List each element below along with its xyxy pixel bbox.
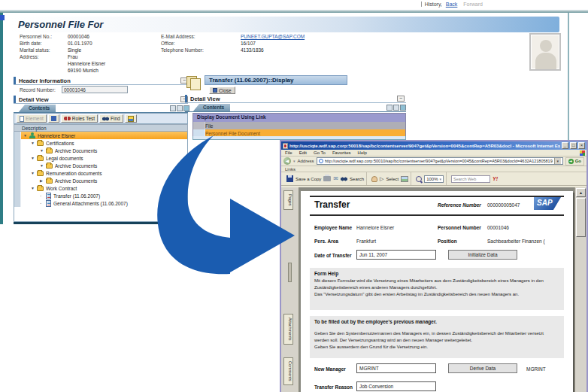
tree-toolbar: Element Roles Test Find — [14, 113, 188, 124]
personnel-file-document-link[interactable]: Personnel File Document — [205, 131, 260, 136]
previous-manager-box: To be filled out by the employee's previ… — [310, 316, 564, 358]
print-icon[interactable] — [323, 176, 331, 181]
employee-photo — [529, 33, 561, 71]
go-button[interactable]: Go — [565, 157, 584, 166]
expand-icon[interactable] — [40, 178, 44, 183]
tree-row-work-contract[interactable]: Work Contract — [14, 184, 187, 192]
ie-address-bar: ▾ Address http://usciqte.wdf.sap.corp:50… — [281, 156, 586, 166]
back-button[interactable] — [283, 157, 291, 165]
expand-icon[interactable] — [31, 156, 35, 160]
tree-row-remuneration[interactable]: Remuneration documents — [14, 169, 187, 177]
expand-icon[interactable] — [40, 148, 44, 153]
tree-bottom-border — [14, 222, 189, 224]
snapshot-icon[interactable] — [401, 176, 408, 182]
search-binoculars-icon[interactable] — [341, 177, 347, 181]
document-icon — [46, 193, 51, 199]
address-input[interactable]: http://usciqte.wdf.sap.corp:50010/sap/bc… — [325, 159, 553, 163]
expand-icon[interactable] — [40, 163, 44, 168]
record-popup-title: Transfer (11.06.2007)::Display — [205, 75, 347, 85]
bullet-icon — [40, 201, 44, 206]
panel-option-button-3[interactable] — [183, 105, 189, 111]
glasses-icon — [64, 117, 71, 120]
tab-comments[interactable]: Comments — [283, 357, 293, 385]
tree-row-certifications[interactable]: Certifications — [14, 139, 187, 147]
find-button[interactable]: Find — [99, 114, 123, 123]
email-icon[interactable]: ✉ — [333, 176, 338, 182]
hand-tool-icon[interactable] — [371, 176, 377, 182]
tree-row-archive-3[interactable]: Archive Documents — [14, 177, 187, 184]
ie-title-bar[interactable]: http://usciqte.wdf.sap.corp:50018/sap/bc… — [281, 141, 586, 150]
expand-icon[interactable] — [31, 186, 35, 190]
expand-icon[interactable] — [31, 141, 35, 145]
collapse-button[interactable] — [397, 96, 405, 102]
tree-row-archive-2[interactable]: Archive Documents — [14, 162, 187, 169]
select-button[interactable]: Select — [386, 177, 399, 181]
tab-pages[interactable]: Pages — [283, 190, 293, 210]
back-link[interactable]: Back — [446, 2, 458, 7]
menu-help[interactable]: Help — [358, 150, 367, 155]
roles-test-button[interactable]: Roles Test — [61, 114, 98, 123]
element-button[interactable]: Element — [17, 114, 47, 123]
select-arrow-icon[interactable]: ▷ — [380, 176, 383, 182]
save-icon[interactable] — [286, 175, 293, 182]
zoom-level-dropdown[interactable]: 100%▾ — [424, 175, 444, 183]
minimize-button[interactable]: _ — [562, 142, 568, 149]
tree-row-legal[interactable]: Legal documents — [14, 154, 187, 162]
ie-links-bar[interactable]: Links — [281, 166, 586, 172]
tree-row-employee[interactable]: Hannelore Elsner — [14, 132, 187, 139]
tree-row-archive-1[interactable]: Archive Documents — [14, 147, 187, 154]
file-row: File — [193, 122, 405, 129]
close-window-button[interactable]: × — [578, 142, 585, 149]
screen: History, Back Forward Personnel File For… — [0, 0, 588, 392]
tree-row-transfer[interactable]: Transfer (11.06.2007) — [14, 192, 187, 199]
initialize-data-button[interactable]: Initialize Data — [448, 250, 517, 260]
menu-file[interactable]: File — [285, 150, 292, 155]
menu-favorites[interactable]: Favorites — [332, 150, 351, 155]
marital-status-label: Marital status: — [20, 47, 50, 53]
history-link[interactable]: History, — [425, 2, 442, 7]
section-bar — [14, 77, 16, 84]
reference-number-value: 000000005047 — [487, 202, 520, 208]
new-manager-input[interactable] — [356, 363, 436, 373]
scrollbar-thumb[interactable] — [576, 198, 586, 237]
panel-option-button-1[interactable] — [170, 105, 176, 111]
search-web-input[interactable]: Search Web — [451, 175, 490, 183]
pane-resize-handle[interactable] — [288, 263, 292, 282]
transfer-reason-input[interactable] — [356, 381, 436, 391]
scroll-up-icon[interactable]: ▲ — [576, 188, 586, 197]
back-dropdown-icon[interactable]: ▾ — [293, 159, 296, 163]
date-of-transfer-label: Date of Transfer — [314, 253, 352, 258]
save-a-copy-button[interactable]: Save a Copy — [296, 177, 321, 181]
attributes-button[interactable] — [48, 114, 59, 123]
address-dropdown-icon[interactable] — [554, 158, 561, 164]
menu-goto[interactable]: Go To — [314, 150, 326, 155]
expand-icon[interactable] — [31, 171, 35, 175]
popup-option-button-1[interactable] — [386, 105, 393, 111]
address-label: Address: — [20, 54, 39, 59]
tab-attachments[interactable]: Attachments — [283, 314, 293, 345]
expand-icon[interactable] — [23, 133, 28, 138]
ie-menu-bar: File Edit Go To Favorites Help — [281, 150, 586, 156]
employee-name-label: Employee Name — [314, 225, 352, 230]
layout-button[interactable] — [125, 114, 137, 123]
previous-manager-text-1: Geben Sie den Systembenutzernamen des Ma… — [314, 330, 559, 343]
popup-option-button-2[interactable] — [393, 105, 399, 111]
menu-edit[interactable]: Edit — [299, 150, 307, 155]
folder-icon — [37, 171, 44, 176]
record-number-input[interactable] — [62, 86, 128, 93]
popup-option-button-3[interactable] — [400, 105, 406, 111]
email-link[interactable]: PUNEET.GUPTA@SAP.COM — [241, 34, 305, 39]
derive-data-button[interactable]: Derive Data — [448, 363, 517, 373]
date-of-transfer-input[interactable] — [356, 250, 436, 260]
ie-page-icon — [319, 159, 323, 163]
panel-option-button-2[interactable] — [177, 105, 183, 111]
zoom-icon[interactable] — [416, 176, 422, 182]
previous-manager-text-2: Geben Sie ausserdem den Grund für die Ve… — [314, 344, 559, 351]
tree-row-general-attachments[interactable]: General Attachments (11.06.2007) — [14, 199, 187, 207]
maximize-button[interactable]: □ — [570, 142, 577, 149]
binoculars-icon — [102, 117, 109, 121]
close-button[interactable]: Close — [209, 87, 235, 94]
vertical-scrollbar[interactable]: ▲ — [574, 187, 586, 392]
personnel-no-label: Personnel No.: — [20, 34, 52, 39]
search-button[interactable]: Search — [350, 177, 364, 181]
